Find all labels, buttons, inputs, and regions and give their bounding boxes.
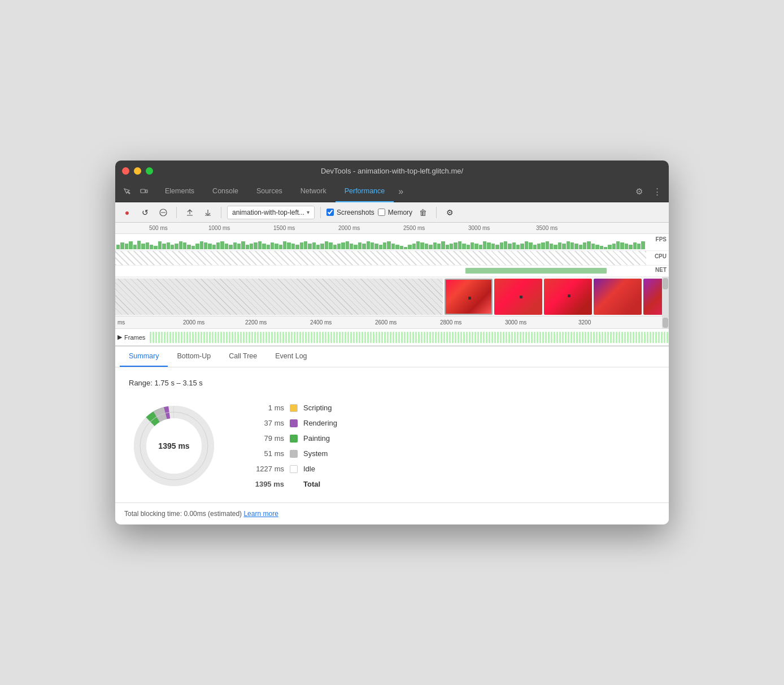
bottom-ruler-scrollbar[interactable] [662,317,669,328]
memory-control: Memory [378,209,412,216]
clear-recordings-button[interactable]: 🗑 [416,205,430,220]
inspect-icon-button[interactable] [120,184,134,199]
screenshots-label: Screenshots [337,209,374,216]
tab-performance[interactable]: Performance [336,181,394,202]
devtools-tabs: Elements Console Sources Network Perform… [156,181,631,202]
fps-bar [150,245,153,249]
fps-bar [562,244,565,249]
download-button[interactable] [201,205,215,220]
clear-button[interactable] [156,205,171,220]
fps-bar [258,241,262,249]
frame-bar [483,332,485,343]
fps-bar [308,244,311,249]
frame-bar [644,332,646,343]
screenshot-thumb-3[interactable] [544,279,592,315]
screenshot-thumb-1[interactable] [445,279,493,315]
fps-bar [354,245,357,249]
frame-bar [613,332,615,343]
frame-bar [254,332,256,343]
memory-checkbox[interactable] [378,209,385,216]
frame-bar [178,332,180,343]
frame-bar [316,332,318,343]
more-options-icon-button[interactable]: ⋮ [650,184,664,199]
screenshots-checkbox[interactable] [326,209,334,216]
frame-bar [285,332,287,343]
screenshot-thumb-4[interactable] [594,279,642,315]
frame-bar [655,332,657,343]
tab-call-tree[interactable]: Call Tree [220,346,266,367]
fps-bar [241,241,245,249]
frame-bar [217,332,219,343]
frame-bar [494,332,496,343]
frame-bar [381,332,383,343]
frame-bar [215,332,216,343]
frame-bar [517,332,519,343]
maximize-button[interactable] [146,167,153,175]
fps-bar [262,244,265,249]
more-tabs-button[interactable]: » [394,181,408,202]
minimize-button[interactable] [134,167,141,175]
ruler-tick-500: 500 ms [149,225,168,231]
frame-bar [554,332,555,343]
close-button[interactable] [122,167,129,175]
capture-settings-button[interactable]: ⚙ [442,205,457,220]
frames-label: Frames [124,334,145,341]
idle-value: 1227 ms [253,465,284,473]
frame-bar [384,332,386,343]
fps-bar [608,245,611,249]
fps-bar [595,245,599,249]
frame-bar [226,332,228,343]
tab-elements[interactable]: Elements [156,181,203,202]
frame-bar [164,332,165,343]
frame-bar [313,332,315,343]
bottom-tick-ms: ms [117,319,125,326]
url-dropdown[interactable]: animation-with-top-left... ▾ [227,206,315,219]
fps-bar [120,242,124,249]
settings-gear-icon-button[interactable]: ⚙ [631,184,646,199]
tab-network[interactable]: Network [291,181,336,202]
upload-button[interactable] [182,205,197,220]
frame-bar [511,332,513,343]
learn-more-link[interactable]: Learn more [243,510,278,518]
tab-event-log[interactable]: Event Log [266,346,316,367]
fps-bar [116,245,120,249]
fps-bar [391,244,395,249]
frame-bar [249,332,250,343]
fps-bar [146,242,149,249]
frame-bar [330,332,332,343]
tab-bottom-up[interactable]: Bottom-Up [168,346,220,367]
frame-bar [469,332,471,343]
fps-bar [233,242,237,249]
frame-bar [460,332,462,343]
frame-bar [565,332,567,343]
fps-bar [287,242,290,249]
ruler-tick-3000: 3000 ms [468,225,490,231]
frame-bar [568,332,569,343]
fps-bar [204,242,207,249]
frame-bar [520,332,521,343]
fps-bar [362,244,365,249]
fps-row: FPS [115,234,669,251]
tab-summary[interactable]: Summary [120,346,168,367]
frames-toggle[interactable]: ▶ Frames [117,333,145,341]
legend-table: 1 ms Scripting 37 ms Rendering 79 ms Pai… [253,404,337,488]
record-button[interactable]: ● [120,205,134,220]
frame-bar [587,332,589,343]
fps-bar [641,241,644,249]
cpu-label: CPU [655,253,667,259]
frame-bar [421,332,423,343]
screenshot-thumb-2[interactable] [494,279,542,315]
tab-sources[interactable]: Sources [247,181,291,202]
frame-bar [633,332,634,343]
reload-button[interactable]: ↺ [138,205,153,220]
frame-bar [480,332,482,343]
cpu-hatch-pattern [115,251,646,265]
donut-center-value: 1395 ms [158,441,189,450]
painting-label: Painting [303,434,330,443]
tab-console[interactable]: Console [203,181,247,202]
frame-bar [647,332,648,343]
fps-bar [450,244,453,249]
timeline-scrollbar[interactable] [662,277,669,316]
fps-bar [633,242,637,249]
device-toolbar-icon-button[interactable] [137,184,151,199]
